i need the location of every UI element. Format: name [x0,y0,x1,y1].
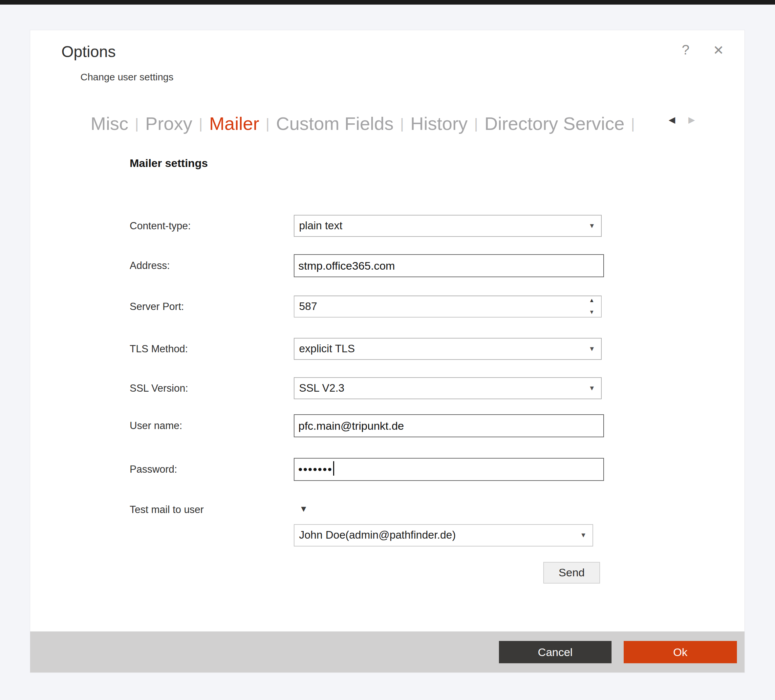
tls-method-value: explicit TLS [299,342,355,355]
tab-misc[interactable]: Misc [89,113,130,134]
screen: Options ? ✕ Change user settings Misc|Pr… [0,0,775,700]
content-type-value: plain text [299,219,343,232]
address-input[interactable] [294,254,604,277]
tab-bar: Misc|Proxy|Mailer|Custom Fields|History|… [89,113,640,134]
send-button[interactable]: Send [543,562,600,584]
chevron-down-icon: ▼ [580,525,587,545]
chevron-down-icon: ▼ [589,216,595,236]
test-mail-dropdown-icon[interactable]: ▼ [299,504,308,514]
tab-separator: | [395,116,409,131]
tab-history[interactable]: History [409,113,469,134]
server-port-stepper[interactable]: 587 ▲ ▼ [294,295,602,317]
test-mail-recipient-select[interactable]: John Doe(admin@pathfinder.de) ▼ [294,524,593,546]
tls-method-select[interactable]: explicit TLS ▼ [294,338,602,360]
tab-scroll-left-icon[interactable]: ◀ [669,115,675,125]
options-dialog: Options ? ✕ Change user settings Misc|Pr… [30,30,745,672]
ssl-version-select[interactable]: SSL V2.3 ▼ [294,377,602,399]
dialog-title: Options [62,43,116,61]
tab-proxy[interactable]: Proxy [144,113,194,134]
text-caret [333,461,334,476]
tab-custom-fields[interactable]: Custom Fields [275,113,395,134]
section-heading: Mailer settings [130,157,208,169]
password-masked-value: ••••••• [298,463,333,475]
spinner-up-icon[interactable]: ▲ [589,297,594,303]
tab-separator: | [469,116,483,131]
ok-button[interactable]: Ok [624,641,737,663]
server-port-label: Server Port: [130,295,184,317]
tab-separator: | [130,116,144,131]
tab-separator: | [625,116,640,131]
top-window-strip [0,0,775,5]
password-field[interactable]: ••••••• [294,458,604,481]
chevron-down-icon: ▼ [589,378,595,398]
tab-mailer[interactable]: Mailer [208,113,260,134]
address-label: Address: [130,254,170,277]
test-mail-recipient-value: John Doe(admin@pathfinder.de) [299,529,456,541]
spinner-down-icon[interactable]: ▼ [589,309,594,315]
test-mail-label: Test mail to user [130,501,204,518]
ssl-version-value: SSL V2.3 [299,382,344,394]
tab-directory-service[interactable]: Directory Service [483,113,625,134]
tab-separator: | [261,116,275,131]
dialog-subtitle: Change user settings [80,71,174,83]
dialog-footer: Cancel Ok [30,632,745,672]
content-type-label: Content-type: [130,215,191,237]
user-name-label: User name: [130,414,182,437]
server-port-value: 587 [299,300,317,312]
cancel-button[interactable]: Cancel [499,641,612,663]
help-icon[interactable]: ? [682,42,689,58]
chevron-down-icon: ▼ [589,338,595,359]
user-name-input[interactable] [294,414,604,437]
tls-method-label: TLS Method: [130,338,188,360]
password-label: Password: [130,458,177,481]
close-icon[interactable]: ✕ [713,43,724,58]
tab-separator: | [194,116,208,131]
content-type-select[interactable]: plain text ▼ [294,215,602,237]
ssl-version-label: SSL Version: [130,377,188,399]
tab-scroll-right-icon[interactable]: ▶ [689,115,695,125]
